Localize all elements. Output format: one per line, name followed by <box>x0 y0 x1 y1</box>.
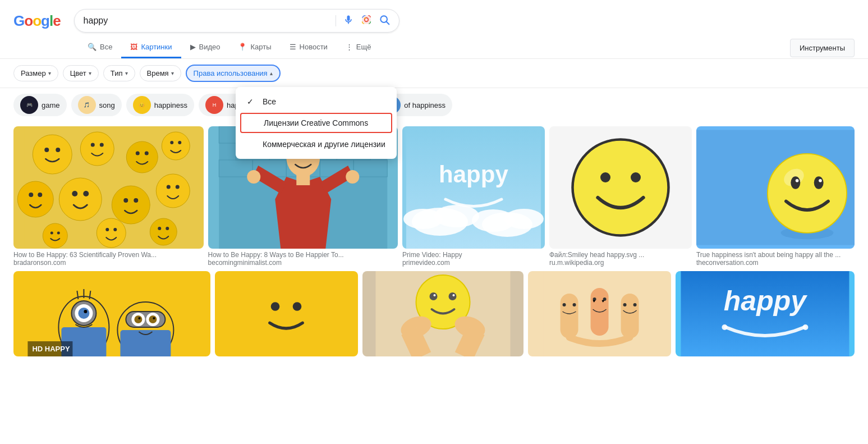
chip-thumb-pharrell: H <box>205 96 223 114</box>
svg-point-34 <box>105 228 109 231</box>
svg-rect-0 <box>362 16 370 24</box>
svg-point-125 <box>633 303 637 306</box>
svg-point-17 <box>178 141 181 144</box>
svg-point-9 <box>80 132 114 166</box>
svg-point-16 <box>170 141 173 144</box>
img-caption-4: Файл:Smiley head happy.svg ... <box>549 251 692 259</box>
svg-point-75 <box>791 176 800 189</box>
chips-bar: 🎮 game 🎵 song 😊 happiness H happy pharre… <box>0 88 868 122</box>
images-row-2: HD HAPPY <box>13 271 855 356</box>
img-caption-1: How to Be Happy: 63 Scientifically Prove… <box>13 251 204 259</box>
images-nav-icon: 🖼 <box>130 43 137 51</box>
filter-time[interactable]: Время ▾ <box>140 65 181 81</box>
svg-point-108 <box>433 294 435 296</box>
image-block-3[interactable]: happy Prime Video: Happy primevideo.com <box>402 126 545 267</box>
svg-point-35 <box>113 228 117 231</box>
image-block-9[interactable]: ♥ ♥ <box>528 271 671 356</box>
news-nav-icon: ☰ <box>290 43 296 51</box>
nav-item-all[interactable]: 🔍 Все <box>79 37 121 58</box>
nav-item-images[interactable]: 🖼 Картинки <box>121 37 181 58</box>
svg-point-8 <box>56 148 60 152</box>
image-block-6[interactable]: HD HAPPY <box>13 271 210 356</box>
check-icon: ✓ <box>247 97 256 106</box>
image-block-5[interactable]: True happiness isn't about being happy a… <box>696 126 855 267</box>
dropdown-item-commercial[interactable]: ✓ Коммерческая и другие лицензии <box>236 134 397 154</box>
image-block-7[interactable] <box>215 271 358 356</box>
search-icon-btn[interactable] <box>379 14 390 28</box>
lens-icon[interactable] <box>361 14 372 28</box>
search-box: happy <box>74 9 399 33</box>
image-block-10[interactable]: happy <box>676 271 855 356</box>
svg-point-128 <box>722 324 728 330</box>
filter-type[interactable]: Тип ▾ <box>103 65 135 81</box>
svg-point-107 <box>448 292 456 300</box>
nav-item-maps[interactable]: 📍 Карты <box>229 37 280 58</box>
license-dropdown: ✓ Все ✓ Лицензии Creative Commons ✓ Комм… <box>236 87 397 159</box>
svg-point-6 <box>33 135 72 174</box>
filter-license[interactable]: Права использования ▴ <box>186 65 281 82</box>
svg-point-29 <box>176 185 180 189</box>
image-block-1[interactable]: How to Be Happy: 63 Scientifically Prove… <box>13 126 204 267</box>
img-source-3: primevideo.com <box>402 259 545 267</box>
maps-nav-icon: 📍 <box>238 43 247 51</box>
img-source-5: theconversation.com <box>696 259 855 267</box>
img-caption-5: True happiness isn't about being happy a… <box>696 251 855 259</box>
svg-point-102 <box>293 302 302 311</box>
img-caption-2: How to Be Happy: 8 Ways to Be Happier To… <box>208 251 398 259</box>
svg-point-12 <box>126 141 158 173</box>
svg-point-124 <box>623 303 627 306</box>
svg-point-65 <box>472 209 515 232</box>
svg-point-21 <box>59 178 102 221</box>
svg-rect-123 <box>621 294 639 338</box>
svg-text:♥: ♥ <box>593 299 596 304</box>
tools-button[interactable]: Инструменты <box>790 39 855 57</box>
nav-item-more[interactable]: ⋮ Ещё <box>337 37 380 58</box>
svg-point-26 <box>134 198 138 203</box>
chip-song[interactable]: 🎵 song <box>71 94 122 116</box>
filter-color[interactable]: Цвет ▾ <box>63 65 99 81</box>
nav-item-video[interactable]: ▶ Видео <box>181 37 229 58</box>
svg-point-11 <box>100 143 104 147</box>
svg-point-33 <box>97 218 126 248</box>
search-input[interactable]: happy <box>84 16 329 26</box>
svg-point-18 <box>17 181 53 217</box>
svg-text:♥: ♥ <box>602 299 605 304</box>
svg-point-84 <box>78 308 89 319</box>
chevron-down-icon: ▾ <box>171 70 174 76</box>
svg-point-38 <box>166 227 169 230</box>
image-block-4[interactable]: Файл:Smiley head happy.svg ... ru.m.wiki… <box>549 126 692 267</box>
google-logo[interactable]: Google <box>13 12 61 30</box>
image-block-8[interactable] <box>362 271 523 356</box>
svg-point-129 <box>803 324 809 330</box>
nav-item-news[interactable]: ☰ Новости <box>281 37 337 58</box>
svg-point-10 <box>91 143 95 147</box>
voice-icon[interactable] <box>343 14 354 28</box>
chevron-up-icon: ▴ <box>270 70 273 76</box>
chip-happiness[interactable]: 😊 happiness <box>126 94 194 116</box>
video-nav-icon: ▶ <box>190 43 196 51</box>
svg-point-106 <box>429 292 437 300</box>
filter-size[interactable]: Размер ▾ <box>13 65 58 81</box>
svg-point-95 <box>138 317 140 319</box>
header: Google happy <box>0 0 868 37</box>
search-nav-icon: 🔍 <box>88 43 97 51</box>
svg-rect-115 <box>561 294 578 338</box>
svg-point-101 <box>271 302 280 311</box>
svg-rect-100 <box>250 277 323 350</box>
svg-point-76 <box>814 176 824 189</box>
svg-point-68 <box>600 172 610 182</box>
filters-bar: Размер ▾ Цвет ▾ Тип ▾ Время ▾ Права испо… <box>0 59 868 88</box>
img-source-4: ru.m.wikipedia.org <box>549 259 692 267</box>
dropdown-item-cc[interactable]: ✓ Лицензии Creative Commons <box>240 113 392 133</box>
dropdown-item-all[interactable]: ✓ Все <box>236 91 397 112</box>
chevron-down-icon: ▾ <box>89 70 91 76</box>
chip-game[interactable]: 🎮 game <box>13 94 67 116</box>
svg-point-32 <box>57 232 60 235</box>
img-caption-3: Prime Video: Happy <box>402 251 545 259</box>
chevron-down-icon: ▾ <box>125 70 128 76</box>
svg-point-22 <box>72 191 77 196</box>
img-source-2: becomingminimalist.com <box>208 259 398 267</box>
images-section: How to Be Happy: 63 Scientifically Prove… <box>0 122 868 365</box>
chip-thumb-game: 🎮 <box>20 96 38 114</box>
svg-point-56 <box>247 170 260 184</box>
